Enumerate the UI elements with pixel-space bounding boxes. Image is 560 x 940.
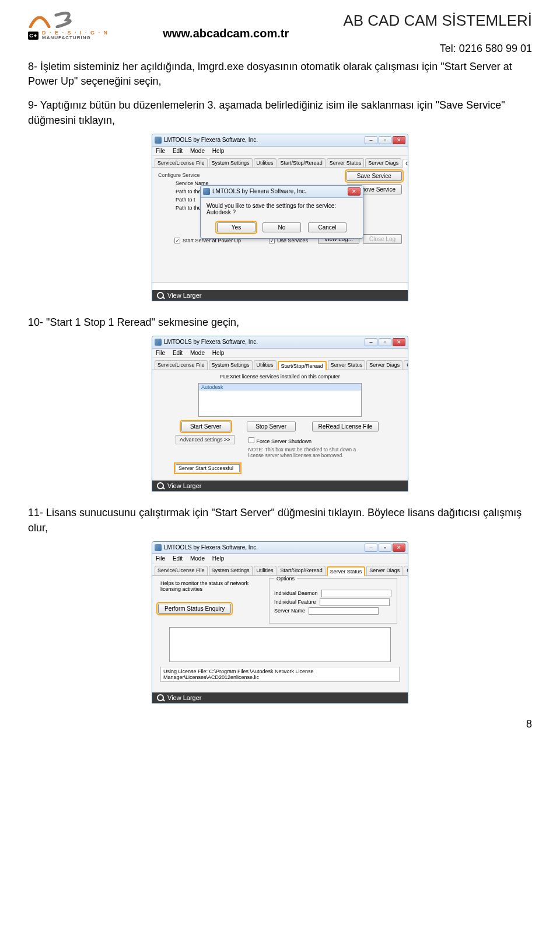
start-at-powerup-checkbox[interactable]: ✓ (174, 238, 180, 243)
maximize-button[interactable]: ▫ (379, 338, 391, 346)
status-output-field (169, 627, 391, 662)
phone-number: Tel: 0216 580 99 01 (343, 43, 532, 55)
menu-edit[interactable]: Edit (173, 555, 183, 562)
force-shutdown-note: NOTE: This box must be checked to shut d… (249, 447, 365, 458)
reread-license-button[interactable]: ReRead License File (312, 422, 379, 431)
window-title: LMTOOLS by Flexera Software, Inc. (164, 137, 258, 143)
tab-row: Service/License File System Settings Uti… (152, 156, 408, 168)
maximize-button[interactable]: ▫ (379, 544, 391, 552)
tab-system-settings[interactable]: System Settings (209, 158, 253, 167)
logo: C⌖ D · E · S · I · G · N MANUFACTURING (28, 12, 108, 40)
magnify-icon (157, 482, 164, 489)
menu-file[interactable]: File (156, 148, 165, 154)
menu-file[interactable]: File (156, 555, 165, 562)
menu-help[interactable]: Help (212, 555, 225, 562)
menu-edit[interactable]: Edit (173, 350, 183, 356)
titlebar: LMTOOLS by Flexera Software, Inc. – ▫ ✕ (152, 542, 408, 554)
tab-config-services[interactable]: Config Services (404, 360, 408, 370)
tab-row: Service/License File System Settings Uti… (152, 563, 408, 576)
menu-file[interactable]: File (156, 350, 165, 356)
logo-chip-icon: C⌖ (28, 32, 38, 40)
tab-server-status[interactable]: Server Status (327, 566, 366, 576)
force-shutdown-checkbox[interactable] (249, 437, 254, 443)
dialog-close-button[interactable]: ✕ (348, 187, 360, 196)
minimize-button[interactable]: – (365, 544, 377, 552)
menu-help[interactable]: Help (212, 148, 225, 154)
dialog-title: LMTOOLS by Flexera Software, Inc. (212, 188, 306, 194)
view-larger-bar[interactable]: View Larger (152, 290, 408, 301)
menubar: File Edit Mode Help (152, 554, 408, 563)
tab-server-diags[interactable]: Server Diags (366, 360, 402, 370)
step-9-text: 9- Yaptığınız bütün bu düzenlemelerin 3.… (28, 98, 532, 127)
close-button[interactable]: ✕ (393, 544, 405, 552)
step-10-text: 10- "Start 1 Stop 1 Reread" sekmesine ge… (28, 315, 532, 330)
menu-mode[interactable]: Mode (190, 148, 205, 154)
menubar: File Edit Mode Help (152, 349, 408, 358)
advanced-settings-button[interactable]: Advanced settings >> (176, 435, 235, 444)
tab-utilities[interactable]: Utilities (254, 566, 276, 575)
window-title: LMTOOLS by Flexera Software, Inc. (164, 339, 258, 345)
magnify-icon (157, 694, 164, 701)
tab-system-settings[interactable]: System Settings (209, 360, 253, 370)
header-url: www.abcadcam.com.tr (108, 12, 343, 40)
view-larger-label: View Larger (167, 482, 202, 489)
individual-feature-field[interactable] (320, 598, 390, 606)
individual-feature-label: Individual Feature (274, 599, 316, 605)
start-server-button[interactable]: Start Server (181, 422, 230, 431)
close-log-button[interactable]: Close Log (363, 234, 402, 244)
view-larger-bar[interactable]: View Larger (152, 692, 408, 703)
window-title: LMTOOLS by Flexera Software, Inc. (164, 544, 258, 551)
server-name-field[interactable] (309, 607, 379, 615)
use-services-checkbox[interactable]: ✓ (269, 238, 275, 243)
close-button[interactable]: ✕ (393, 136, 405, 144)
logo-a-icon (28, 12, 51, 28)
stop-server-button[interactable]: Stop Server (247, 422, 296, 431)
view-larger-bar[interactable]: View Larger (152, 481, 408, 491)
tab-service-file[interactable]: Service/License File (155, 566, 208, 575)
tab-utilities[interactable]: Utilities (254, 360, 276, 370)
menu-edit[interactable]: Edit (173, 148, 183, 154)
view-larger-label: View Larger (167, 694, 202, 701)
tab-start-stop[interactable]: Start/Stop/Reread (278, 566, 326, 575)
tab-server-status[interactable]: Server Status (327, 158, 365, 167)
dialog-no-button[interactable]: No (262, 222, 301, 232)
tab-system-settings[interactable]: System Settings (209, 566, 253, 575)
server-name-label: Server Name (274, 608, 305, 614)
tab-start-stop[interactable]: Start/Stop/Reread (278, 158, 326, 167)
logo-mfg-text: MANUFACTURING (42, 36, 108, 40)
menu-mode[interactable]: Mode (190, 350, 205, 356)
tab-service-file[interactable]: Service/License File (155, 360, 208, 370)
dialog-message: Would you like to save the settings for … (206, 203, 357, 215)
app-icon (155, 339, 162, 346)
step-8-text: 8- İşletim sisteminiz her açıldığında, l… (28, 60, 532, 89)
perform-status-button[interactable]: Perform Status Enquiry (158, 604, 231, 614)
service-listbox[interactable]: Autodesk (198, 383, 362, 417)
tab-config-services[interactable]: Config Services (402, 159, 408, 168)
save-service-button[interactable]: Save Service (346, 171, 402, 181)
magnify-icon (157, 292, 164, 299)
tab-utilities[interactable]: Utilities (254, 158, 276, 167)
tab-server-status[interactable]: Server Status (328, 360, 366, 370)
selected-service: Autodesk (199, 384, 361, 391)
dialog-yes-button[interactable]: Yes (217, 222, 256, 232)
view-larger-label: View Larger (167, 292, 202, 299)
dialog-cancel-button[interactable]: Cancel (308, 222, 346, 232)
tab-config-services[interactable]: Config Services (404, 566, 408, 575)
minimize-button[interactable]: – (365, 136, 377, 144)
tab-server-diags[interactable]: Server Diags (366, 566, 402, 575)
save-confirm-dialog: LMTOOLS by Flexera Software, Inc. ✕ Woul… (200, 185, 363, 239)
tab-service-file[interactable]: Service/License File (155, 158, 208, 167)
menu-help[interactable]: Help (212, 350, 225, 356)
app-icon (155, 544, 162, 551)
maximize-button[interactable]: ▫ (379, 136, 391, 144)
menu-mode[interactable]: Mode (190, 555, 205, 562)
status-help-text: Helps to monitor the status of network l… (160, 580, 263, 592)
tab-start-stop[interactable]: Start/Stop/Reread (278, 361, 327, 370)
app-icon (155, 137, 162, 144)
menubar: File Edit Mode Help (152, 147, 408, 156)
individual-daemon-field[interactable] (321, 590, 391, 597)
dialog-icon (203, 188, 210, 195)
tab-server-diags[interactable]: Server Diags (365, 158, 401, 167)
close-button[interactable]: ✕ (393, 338, 405, 346)
minimize-button[interactable]: – (365, 338, 377, 346)
